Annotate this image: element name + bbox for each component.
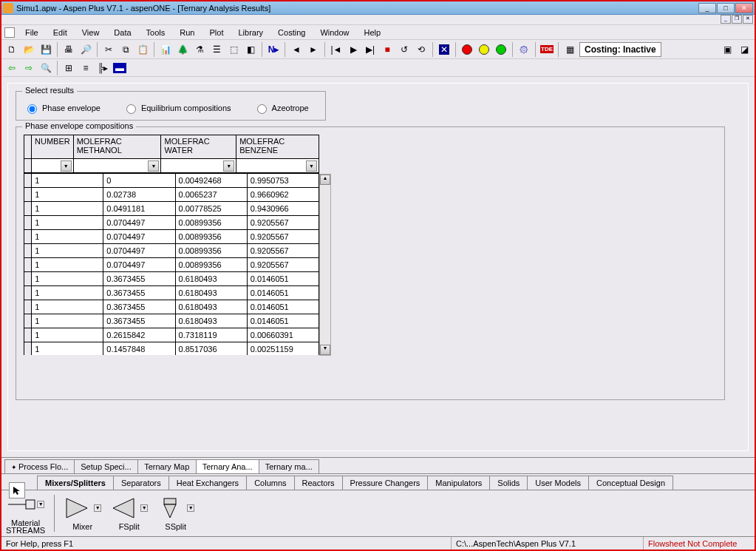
chevron-down-icon[interactable]: ▼	[223, 160, 234, 172]
cell[interactable]: 0.00899356	[175, 216, 247, 230]
ptab-mixers[interactable]: Mixers/Splitters	[37, 476, 114, 490]
cell[interactable]: 1	[32, 342, 103, 356]
cell[interactable]: 1	[32, 314, 103, 328]
cell[interactable]: 1	[32, 272, 103, 286]
results-icon[interactable]: ▬	[112, 61, 127, 75]
analysis-icon[interactable]: ۞	[517, 42, 531, 57]
tde-icon[interactable]: TDE	[539, 42, 554, 57]
cell[interactable]: 0.00778525	[175, 202, 247, 216]
minimize-button[interactable]: _	[698, 3, 716, 13]
menu-library[interactable]: Library	[231, 27, 270, 38]
table-row[interactable]: 10.027380.00652370.9660962	[24, 188, 319, 202]
menu-run[interactable]: Run	[172, 27, 202, 38]
chevron-down-icon[interactable]: ▼	[187, 504, 194, 512]
tool1-icon[interactable]: ⬚	[226, 42, 241, 57]
print-icon[interactable]: 🖶	[61, 42, 76, 57]
cell[interactable]: 0.3673455	[103, 272, 175, 286]
methods-icon[interactable]: ☰	[209, 42, 224, 57]
cell[interactable]: 0.00899356	[175, 244, 247, 258]
table-row[interactable]: 10.36734550.61804930.0146051	[24, 286, 319, 300]
cell[interactable]: 0.9660962	[247, 188, 319, 202]
menu-help[interactable]: Help	[357, 27, 389, 38]
model-mixer[interactable]: ▼ Mixer	[64, 496, 101, 531]
col-methanol[interactable]: MOLEFRAC METHANOL	[73, 135, 161, 159]
ptab-pressure-changers[interactable]: Pressure Changers	[342, 476, 429, 490]
menu-window[interactable]: Window	[313, 27, 356, 38]
cell[interactable]: 0.0704497	[103, 244, 175, 258]
save-icon[interactable]: 💾	[38, 42, 53, 57]
cell[interactable]: 0.9205567	[247, 258, 319, 272]
tab-setup-spec[interactable]: Setup Speci...	[74, 459, 138, 473]
menu-view[interactable]: View	[75, 27, 107, 38]
flowsheet-icon[interactable]: ╠▸	[95, 61, 110, 75]
maximize-button[interactable]: □	[717, 3, 735, 13]
vertical-scrollbar[interactable]: ▲ ▼	[319, 174, 331, 356]
tool2-icon[interactable]: ◧	[243, 42, 258, 57]
cell[interactable]: 1	[32, 286, 103, 300]
cell[interactable]: 0.9205567	[247, 244, 319, 258]
ptab-user-models[interactable]: User Models	[527, 476, 589, 490]
cell[interactable]: 0.6180493	[175, 300, 247, 314]
table-row[interactable]: 10.07044970.008993560.9205567	[24, 216, 319, 230]
cell[interactable]: 1	[32, 230, 103, 244]
radio-equilibrium[interactable]: Equilibrium compositions	[123, 102, 231, 114]
col-number[interactable]: NUMBER	[32, 135, 74, 159]
cell[interactable]: 0.00899356	[175, 230, 247, 244]
ptab-manipulators[interactable]: Manipulators	[427, 476, 490, 490]
forward-icon[interactable]: ►	[306, 42, 321, 57]
ext2-icon[interactable]: ◪	[737, 42, 752, 57]
col-benzene[interactable]: MOLEFRAC BENZENE	[236, 135, 319, 159]
filter-methanol[interactable]: ▼	[74, 159, 161, 172]
ptab-columns[interactable]: Columns	[246, 476, 294, 490]
model-ssplit[interactable]: ▼ SSplit	[157, 496, 194, 531]
copy-icon[interactable]: ⧉	[118, 42, 133, 57]
ptab-reactors[interactable]: Reactors	[294, 476, 343, 490]
cut-icon[interactable]: ✂	[101, 42, 116, 57]
table-row[interactable]: 10.36734550.61804930.0146051	[24, 272, 319, 286]
filter-number[interactable]: ▼	[32, 159, 73, 172]
status-red-icon[interactable]	[460, 42, 474, 57]
preview-icon[interactable]: 🔎	[78, 42, 93, 57]
table-row[interactable]: 10.36734550.61804930.0146051	[24, 314, 319, 328]
table-row[interactable]: 10.36734550.61804930.0146051	[24, 300, 319, 314]
menu-plot[interactable]: Plot	[202, 27, 231, 38]
cell[interactable]: 0.0704497	[103, 216, 175, 230]
chevron-down-icon[interactable]: ▼	[37, 501, 44, 508]
cell[interactable]: 0.8517036	[175, 342, 247, 356]
cell[interactable]: 0.0491181	[103, 202, 175, 216]
cell[interactable]: 1	[32, 216, 103, 230]
cell[interactable]: 1	[32, 300, 103, 314]
radio-azeotrope-input[interactable]	[257, 104, 267, 114]
mdi-restore-button[interactable]: ❐	[732, 15, 742, 24]
reinit-icon[interactable]: ⟲	[414, 42, 429, 57]
cell[interactable]: 0.9205567	[247, 230, 319, 244]
cell[interactable]: 0.0704497	[103, 258, 175, 272]
cell[interactable]: 0.3673455	[103, 300, 175, 314]
grid-icon[interactable]: ▦	[562, 42, 577, 57]
cell[interactable]: 0.9950753	[247, 174, 319, 188]
model-fsplit[interactable]: ▼ FSplit	[110, 496, 148, 531]
view-list-icon[interactable]: ≡	[78, 61, 93, 75]
cell[interactable]: 0.00899356	[175, 258, 247, 272]
table-row[interactable]: 10.14578480.85170360.00251159	[24, 342, 319, 356]
chevron-down-icon[interactable]: ▼	[61, 160, 72, 172]
table-row[interactable]: 10.07044970.008993560.9205567	[24, 258, 319, 272]
table-row[interactable]: 10.26158420.73181190.00660391	[24, 328, 319, 342]
reset-icon[interactable]: ↺	[397, 42, 412, 57]
cell[interactable]: 0.00492468	[175, 174, 247, 188]
status-yellow-icon[interactable]	[477, 42, 491, 57]
cancel-icon[interactable]: ✕	[437, 42, 452, 57]
cell[interactable]: 1	[32, 174, 103, 188]
cell[interactable]: 1	[32, 244, 103, 258]
next-icon[interactable]: N▸	[266, 42, 281, 57]
menu-tools[interactable]: Tools	[139, 27, 173, 38]
cell[interactable]: 0	[103, 174, 175, 188]
cell[interactable]: 0.9205567	[247, 216, 319, 230]
step-icon[interactable]: ▶|	[363, 42, 378, 57]
menu-data[interactable]: Data	[106, 27, 138, 38]
menu-costing[interactable]: Costing	[270, 27, 313, 38]
cell[interactable]: 0.00660391	[247, 328, 319, 342]
tab-ternary-map[interactable]: Ternary Map	[137, 459, 197, 473]
filter-benzene[interactable]: ▼	[236, 159, 319, 172]
radio-phase-envelope[interactable]: Phase envelope	[24, 102, 101, 114]
